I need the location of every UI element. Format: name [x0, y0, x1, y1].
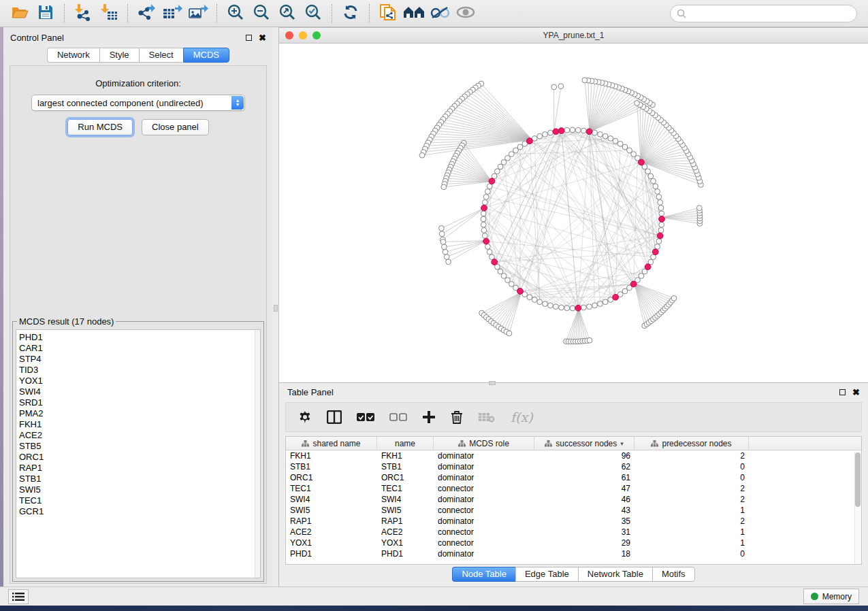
hide-selected-button[interactable] — [427, 2, 453, 25]
network-node[interactable] — [439, 231, 445, 237]
network-node[interactable] — [696, 205, 702, 211]
mcds-result-item[interactable]: PHD1 — [19, 332, 260, 343]
network-node[interactable] — [582, 78, 588, 83]
mcds-result-item[interactable]: STB1 — [19, 474, 260, 484]
network-node[interactable] — [613, 138, 618, 144]
network-node[interactable] — [658, 228, 664, 233]
apply-layout-button[interactable] — [338, 2, 364, 25]
horizontal-splitter-grip[interactable] — [489, 381, 496, 385]
network-node[interactable] — [517, 144, 523, 150]
network-node[interactable] — [648, 174, 654, 179]
tab-network-table[interactable]: Network Table — [578, 567, 652, 582]
network-node[interactable] — [608, 136, 613, 142]
network-node[interactable] — [658, 200, 663, 205]
network-node[interactable] — [527, 295, 532, 300]
mcds-node[interactable] — [652, 249, 658, 255]
network-node[interactable] — [570, 306, 575, 311]
network-node[interactable] — [487, 249, 492, 254]
network-node[interactable] — [656, 239, 662, 244]
mcds-node[interactable] — [481, 205, 487, 211]
import-network-button[interactable] — [70, 2, 96, 25]
network-node[interactable] — [558, 84, 564, 89]
mcds-node[interactable] — [639, 159, 645, 165]
mcds-node[interactable] — [657, 233, 663, 239]
network-node[interactable] — [581, 128, 587, 133]
table-row[interactable]: STB1STB1dominator620 — [286, 461, 861, 472]
function-builder-button[interactable]: f(x) — [511, 410, 533, 425]
table-settings-button[interactable] — [298, 410, 312, 424]
mcds-result-item[interactable]: TEC1 — [19, 495, 260, 506]
network-node[interactable] — [587, 337, 592, 343]
mcds-result-item[interactable]: SWI4 — [19, 386, 260, 397]
network-node[interactable] — [483, 195, 489, 200]
network-node[interactable] — [671, 295, 677, 301]
mcds-result-item[interactable]: YOX1 — [19, 376, 260, 386]
network-node[interactable] — [634, 101, 640, 106]
mcds-result-item[interactable]: SRD1 — [19, 397, 260, 408]
float-panel-icon[interactable] — [246, 35, 252, 41]
mcds-result-item[interactable]: ORC1 — [19, 452, 260, 463]
column-header-predecessor-nodes[interactable]: predecessor nodes — [634, 437, 749, 450]
search-input[interactable] — [690, 9, 856, 18]
mcds-node[interactable] — [659, 216, 665, 222]
tab-node-table[interactable]: Node Table — [452, 567, 515, 582]
network-node[interactable] — [651, 178, 656, 184]
network-node[interactable] — [645, 169, 651, 174]
network-node[interactable] — [532, 297, 537, 303]
table-row[interactable]: SWI4SWI4dominator462 — [286, 494, 861, 505]
network-node[interactable] — [481, 222, 486, 227]
network-node[interactable] — [543, 132, 548, 137]
mcds-node[interactable] — [586, 129, 592, 135]
network-node[interactable] — [622, 144, 628, 150]
save-session-button[interactable] — [33, 2, 59, 25]
mcds-result-item[interactable]: TID3 — [19, 365, 260, 376]
mcds-result-list[interactable]: PHD1CAR1STP4TID3YOX1SWI4SRD1PMA2FKH1ACE2… — [16, 329, 261, 578]
column-header-MCDS-role[interactable]: MCDS role — [434, 437, 534, 450]
network-node[interactable] — [653, 184, 658, 189]
table-row[interactable]: ACE2ACE2connector311 — [286, 527, 861, 538]
network-node[interactable] — [482, 200, 487, 205]
splitter-grip[interactable] — [274, 305, 278, 312]
network-node[interactable] — [592, 130, 598, 135]
mcds-node[interactable] — [553, 129, 559, 135]
float-panel-icon[interactable] — [839, 389, 846, 395]
table-row[interactable]: TEC1TEC1connector472 — [286, 483, 861, 494]
network-node[interactable] — [482, 233, 487, 239]
network-node[interactable] — [598, 301, 603, 307]
mcds-node[interactable] — [613, 294, 619, 300]
network-node[interactable] — [548, 130, 553, 135]
network-node[interactable] — [439, 226, 445, 231]
optimization-criterion-select[interactable]: largest connected component (undirected)… — [31, 95, 245, 111]
network-node[interactable] — [559, 305, 564, 310]
table-row[interactable]: RAP1RAP1dominator352 — [286, 516, 861, 527]
network-node[interactable] — [602, 133, 608, 139]
mcds-result-item[interactable]: SWI5 — [19, 484, 260, 495]
network-node[interactable] — [513, 148, 519, 153]
mcds-node[interactable] — [558, 128, 564, 134]
add-column-button[interactable] — [422, 410, 436, 424]
network-node[interactable] — [587, 304, 592, 310]
mcds-result-item[interactable]: CAR1 — [19, 343, 260, 354]
column-header-successor-nodes[interactable]: successor nodes▾ — [534, 437, 634, 450]
network-node[interactable] — [537, 299, 543, 305]
mcds-node[interactable] — [483, 238, 489, 244]
delete-column-button[interactable] — [451, 410, 463, 424]
zoom-selected-button[interactable] — [300, 2, 326, 25]
network-node[interactable] — [564, 127, 570, 133]
table-scrollbar[interactable] — [854, 451, 861, 564]
deselect-all-rows-button[interactable] — [389, 412, 407, 422]
zoom-out-button[interactable] — [248, 2, 274, 25]
import-table-button[interactable] — [96, 2, 122, 25]
network-canvas[interactable] — [279, 44, 868, 382]
network-node[interactable] — [553, 304, 559, 310]
network-node[interactable] — [602, 299, 608, 305]
delete-table-button[interactable] — [478, 412, 496, 423]
network-node[interactable] — [658, 205, 664, 211]
network-node[interactable] — [564, 306, 570, 311]
mcds-node[interactable] — [575, 305, 581, 311]
list-scrollbar[interactable] — [255, 330, 260, 578]
mcds-result-item[interactable]: GCR1 — [19, 506, 260, 517]
network-node[interactable] — [446, 259, 451, 265]
mcds-node[interactable] — [645, 264, 651, 270]
network-node[interactable] — [598, 132, 603, 137]
